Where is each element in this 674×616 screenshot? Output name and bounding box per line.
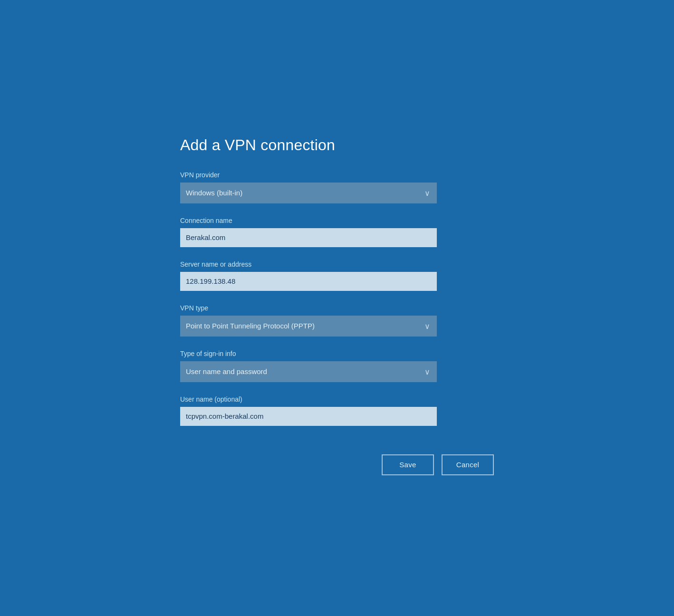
connection-name-label: Connection name xyxy=(180,217,494,224)
cancel-button[interactable]: Cancel xyxy=(442,454,494,475)
user-name-label: User name (optional) xyxy=(180,395,494,403)
vpn-provider-group: VPN provider Windows (built-in) Custom xyxy=(180,171,494,203)
connection-name-input[interactable] xyxy=(180,228,437,247)
sign-in-info-select[interactable]: User name and password Certificate Smart… xyxy=(180,361,437,382)
user-name-group: User name (optional) xyxy=(180,395,494,426)
vpn-type-label: VPN type xyxy=(180,304,494,312)
button-row: Save Cancel xyxy=(180,454,494,475)
vpn-provider-select-wrapper: Windows (built-in) Custom xyxy=(180,183,437,203)
sign-in-info-select-wrapper: User name and password Certificate Smart… xyxy=(180,361,437,382)
server-name-group: Server name or address xyxy=(180,260,494,291)
vpn-dialog: Add a VPN connection VPN provider Window… xyxy=(152,113,522,504)
vpn-provider-select[interactable]: Windows (built-in) Custom xyxy=(180,183,437,203)
vpn-type-select-wrapper: Point to Point Tunneling Protocol (PPTP)… xyxy=(180,316,437,337)
sign-in-info-label: Type of sign-in info xyxy=(180,350,494,357)
vpn-provider-label: VPN provider xyxy=(180,171,494,179)
server-name-label: Server name or address xyxy=(180,260,494,268)
server-name-input[interactable] xyxy=(180,272,437,291)
save-button[interactable]: Save xyxy=(382,454,434,475)
vpn-type-group: VPN type Point to Point Tunneling Protoc… xyxy=(180,304,494,337)
vpn-type-select[interactable]: Point to Point Tunneling Protocol (PPTP)… xyxy=(180,316,437,337)
user-name-input[interactable] xyxy=(180,407,437,426)
connection-name-group: Connection name xyxy=(180,217,494,247)
dialog-title: Add a VPN connection xyxy=(180,136,494,154)
sign-in-info-group: Type of sign-in info User name and passw… xyxy=(180,350,494,382)
